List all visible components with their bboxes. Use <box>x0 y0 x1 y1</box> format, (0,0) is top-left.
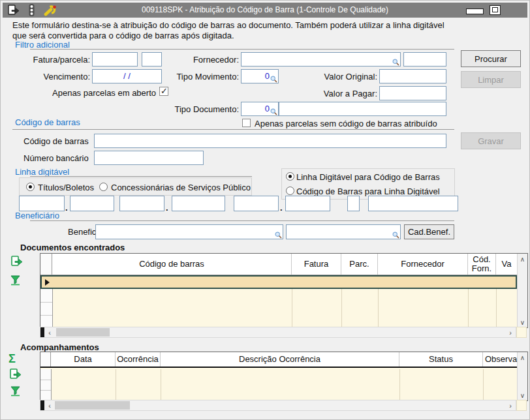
fixed-column-block <box>40 327 44 337</box>
linha-seg4-input[interactable] <box>172 196 225 211</box>
linha-seg1-input[interactable] <box>19 196 65 211</box>
documentos-hscrollbar[interactable]: ‹ › <box>40 327 516 338</box>
tipo-documento-input[interactable]: 0 <box>241 102 279 116</box>
intro-line-1: Este formulário destina-se à atribuição … <box>12 20 444 30</box>
parcela-input[interactable] <box>142 52 162 67</box>
row-selector-column <box>40 289 53 327</box>
codigo-para-linha-radio[interactable] <box>286 187 294 195</box>
linha-seg3-input[interactable] <box>119 196 164 211</box>
vencimento-input[interactable]: / / <box>92 69 162 83</box>
codigo-para-linha-label: Código de Barras para Linha Digitável <box>296 187 440 196</box>
scroll-up-icon[interactable]: ∧ <box>518 254 527 264</box>
apenas-aberto-label: Apenas parcelas em aberto <box>39 88 156 98</box>
beneficiario-cod-input[interactable] <box>286 224 401 239</box>
scroll-right-icon[interactable]: › <box>506 328 515 337</box>
column-line <box>116 369 116 400</box>
lookup-icon[interactable] <box>392 58 399 68</box>
col-cod-forn[interactable]: Cód. Forn. <box>468 254 496 275</box>
column-line <box>292 289 292 327</box>
maximize-button[interactable] <box>490 5 501 15</box>
col-fornecedor[interactable]: Fornecedor <box>378 254 468 275</box>
scroll-down-icon[interactable]: ∨ <box>518 390 527 400</box>
tipo-movimento-input[interactable]: 0 <box>241 69 279 83</box>
col-codigo-de-barras[interactable]: Código de barras <box>52 254 292 275</box>
filter-funnel-icon[interactable] <box>10 386 21 398</box>
procurar-button[interactable]: Procurar <box>461 50 521 67</box>
col-descricao-ocorrencia[interactable]: Descrição Ocorrência <box>161 352 399 367</box>
linha-seg7-input[interactable] <box>368 196 458 211</box>
documentos-title: Documentos encontrados <box>20 243 125 252</box>
col-status[interactable]: Status <box>399 352 483 367</box>
gravar-button[interactable]: Gravar <box>461 132 521 149</box>
fatura-parcela-label: Fatura/parcela: <box>12 55 90 65</box>
titulos-boletos-radio[interactable] <box>26 183 35 191</box>
fornecedor-cod-input[interactable] <box>403 52 446 67</box>
hscroll-thumb[interactable] <box>55 401 130 410</box>
row-selector-header <box>40 352 51 367</box>
column-line <box>399 369 400 400</box>
col-valor-clipped[interactable]: Va <box>496 254 517 275</box>
valor-original-input[interactable] <box>379 69 446 83</box>
col-data[interactable]: Data <box>51 352 116 367</box>
fornecedor-label: Fornecedor: <box>180 55 239 65</box>
acompanhamentos-hscrollbar[interactable]: ‹ › <box>40 400 516 411</box>
scroll-left-icon[interactable]: ‹ <box>45 401 54 410</box>
col-observacao-clipped[interactable]: Observa <box>483 352 517 367</box>
scroll-down-icon[interactable]: ∨ <box>518 317 527 327</box>
row-selector-column <box>40 369 52 400</box>
concessionarias-radio[interactable] <box>99 183 108 191</box>
lookup-icon[interactable] <box>270 108 277 117</box>
concessionarias-label: Concessionárias de Serviços Público <box>111 183 251 192</box>
fatura-input[interactable] <box>92 52 138 67</box>
codigo-barras-label: Código de barras <box>23 136 89 146</box>
beneficiario-input[interactable] <box>95 224 283 239</box>
col-parc[interactable]: Parc. <box>341 254 378 275</box>
export-grid-icon[interactable] <box>10 368 22 382</box>
column-line <box>341 289 342 327</box>
lookup-icon[interactable] <box>275 231 282 241</box>
tipo-documento-desc-input[interactable] <box>279 102 446 116</box>
intro-line-2: que será convertida para o código de bar… <box>12 31 234 40</box>
minimize-button[interactable] <box>466 8 484 14</box>
scroll-left-icon[interactable]: ‹ <box>45 328 54 337</box>
hscroll-thumb[interactable] <box>56 328 110 337</box>
lookup-icon[interactable] <box>270 75 277 85</box>
row-separator <box>40 380 51 380</box>
column-line <box>468 289 469 327</box>
linha-para-codigo-radio[interactable] <box>286 172 294 181</box>
linha-seg6-input[interactable] <box>285 196 330 211</box>
rows-area[interactable] <box>40 369 517 400</box>
documentos-grid-header: Código de barras Fatura Parc. Fornecedor… <box>40 254 517 275</box>
sem-codigo-checkbox[interactable] <box>242 119 251 127</box>
section-beneficiario: Beneficiário <box>15 211 59 220</box>
column-line <box>161 369 161 400</box>
conversao-radio-group: Linha Digitável para Código de Barras Có… <box>281 168 455 200</box>
linha-dv-input[interactable] <box>347 196 360 211</box>
col-fatura[interactable]: Fatura <box>292 254 341 275</box>
linha-seg5-input[interactable] <box>234 196 279 211</box>
export-grid-icon[interactable] <box>11 256 23 269</box>
linha-seg2-input[interactable] <box>70 196 114 211</box>
codigo-barras-input[interactable] <box>94 134 446 148</box>
vencimento-label: Vencimento: <box>25 72 90 82</box>
col-ocorrencia[interactable]: Ocorrência <box>116 352 161 367</box>
filter-funnel-icon[interactable] <box>10 275 21 288</box>
apenas-aberto-checkbox[interactable] <box>159 87 168 96</box>
fixed-column-block <box>40 400 44 410</box>
cad-benef-button[interactable]: Cad.Benef. <box>404 224 454 239</box>
fornecedor-input[interactable] <box>241 52 401 67</box>
divider <box>30 220 454 221</box>
rows-area[interactable] <box>40 289 517 327</box>
window: 009118SPK - Atribuição do Código de Barr… <box>0 0 530 420</box>
lookup-icon[interactable] <box>392 231 399 241</box>
divider <box>30 176 252 177</box>
selected-row[interactable] <box>40 275 517 289</box>
acompanhamentos-vscrollbar[interactable]: ∧ ∨ <box>517 352 527 400</box>
scroll-right-icon[interactable]: › <box>506 401 515 410</box>
sum-sigma-icon[interactable]: Σ <box>8 353 16 365</box>
numero-bancario-input[interactable] <box>94 151 204 165</box>
documentos-vscrollbar[interactable]: ∧ ∨ <box>517 254 527 327</box>
limpar-button[interactable]: Limpar <box>461 71 521 88</box>
valor-pagar-input[interactable] <box>379 86 446 100</box>
scroll-up-icon[interactable]: ∧ <box>518 352 527 363</box>
